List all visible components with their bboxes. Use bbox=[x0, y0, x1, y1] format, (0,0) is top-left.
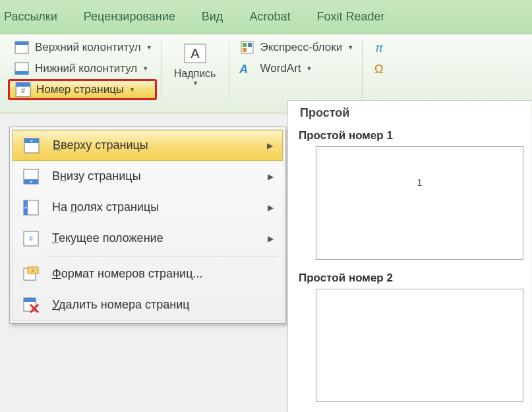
chevron-down-icon: ▼ bbox=[129, 86, 135, 93]
ribbon-tabs: Рассылки Рецензирование Вид Acrobat Foxi… bbox=[0, 0, 532, 34]
svg-rect-31 bbox=[24, 298, 36, 302]
format-icon: # bbox=[22, 265, 40, 283]
tab-acrobat[interactable]: Acrobat bbox=[236, 5, 303, 29]
menu-label: Внизу страницы bbox=[52, 169, 274, 183]
menu-item-remove-numbers[interactable]: Удалить номера страниц bbox=[13, 289, 283, 320]
text-box-icon: A bbox=[182, 40, 208, 67]
svg-text:#: # bbox=[29, 235, 33, 243]
submenu-arrow-icon: ▶ bbox=[268, 172, 274, 181]
svg-rect-10 bbox=[243, 43, 247, 47]
page-number-margin-icon: # bbox=[22, 198, 40, 217]
svg-text:A: A bbox=[239, 63, 248, 76]
header-bottom-button[interactable]: Нижний колонтитул ▼ bbox=[8, 58, 157, 79]
svg-text:#: # bbox=[32, 268, 34, 273]
quick-parts-label: Экспресс-блоки bbox=[260, 41, 343, 54]
menu-label: Формат номеров страниц... bbox=[52, 267, 274, 281]
svg-rect-12 bbox=[243, 48, 247, 52]
preview-page-number: 1 bbox=[417, 177, 423, 188]
symbol-button[interactable]: Ω bbox=[367, 58, 394, 79]
symbol-icon: Ω bbox=[371, 59, 390, 78]
page-number-current-icon: # bbox=[22, 229, 40, 248]
svg-text:Ω: Ω bbox=[374, 63, 383, 76]
header-bottom-icon bbox=[13, 59, 31, 78]
equation-button[interactable]: π bbox=[367, 37, 394, 58]
header-top-icon bbox=[13, 38, 31, 57]
chevron-down-icon: ▼ bbox=[146, 44, 152, 51]
menu-item-top-of-page[interactable]: # Вверху страницы ▶ bbox=[13, 130, 283, 161]
submenu-arrow-icon: ▶ bbox=[267, 141, 273, 150]
svg-rect-1 bbox=[15, 42, 28, 45]
submenu-arrow-icon: ▶ bbox=[268, 203, 274, 212]
group-header-footer: Верхний колонтитул ▼ Нижний колонтитул ▼… bbox=[4, 37, 161, 113]
page-number-gallery: Простой Простой номер 1 1 Простой номер … bbox=[287, 100, 531, 412]
text-box-button[interactable]: A Надпись ▼ bbox=[165, 37, 225, 90]
menu-separator bbox=[44, 256, 278, 256]
page-number-top-icon: # bbox=[22, 136, 41, 155]
chevron-down-icon: ▼ bbox=[142, 65, 148, 72]
menu-label: На полях страницы bbox=[52, 200, 274, 214]
gallery-item-1[interactable]: Простой номер 1 1 bbox=[288, 125, 531, 268]
menu-label: Вверху страницы bbox=[53, 138, 273, 152]
menu-item-bottom-of-page[interactable]: # Внизу страницы ▶ bbox=[13, 161, 283, 192]
tab-view[interactable]: Вид bbox=[189, 5, 237, 29]
svg-rect-11 bbox=[248, 43, 252, 47]
tab-foxit[interactable]: Foxit Reader bbox=[303, 5, 398, 29]
gallery-item-title: Простой номер 2 bbox=[296, 272, 523, 285]
page-number-label: Номер страницы bbox=[36, 83, 124, 96]
equation-icon: π bbox=[371, 38, 390, 57]
svg-text:π: π bbox=[375, 42, 384, 55]
text-box-label: Надпись bbox=[174, 68, 216, 80]
gallery-preview bbox=[316, 289, 523, 402]
tab-mailings[interactable]: Рассылки bbox=[3, 5, 71, 29]
page-number-menu: # Вверху страницы ▶ # Внизу страницы ▶ #… bbox=[9, 127, 286, 324]
submenu-arrow-icon: ▶ bbox=[268, 234, 274, 243]
gallery-item-2[interactable]: Простой номер 2 bbox=[288, 268, 531, 410]
header-top-label: Верхний колонтитул bbox=[35, 41, 141, 54]
menu-item-page-margins[interactable]: # На полях страницы ▶ bbox=[13, 192, 283, 223]
header-bottom-label: Нижний колонтитул bbox=[35, 62, 137, 75]
quick-parts-icon bbox=[238, 38, 256, 57]
menu-label: Удалить номера страниц bbox=[52, 298, 274, 312]
header-top-button[interactable]: Верхний колонтитул ▼ bbox=[8, 37, 157, 58]
tab-review[interactable]: Рецензирование bbox=[71, 5, 189, 29]
wordart-icon: A bbox=[238, 59, 256, 78]
remove-icon bbox=[22, 296, 40, 314]
svg-text:A: A bbox=[191, 46, 200, 61]
gallery-item-title: Простой номер 1 bbox=[296, 129, 523, 142]
menu-item-format-numbers[interactable]: # Формат номеров страниц... bbox=[13, 258, 283, 289]
menu-label: Текущее положение bbox=[52, 231, 274, 245]
chevron-down-icon: ▼ bbox=[307, 65, 312, 72]
page-number-icon: # bbox=[14, 80, 32, 99]
gallery-preview: 1 bbox=[316, 146, 523, 260]
page-number-button[interactable]: # Номер страницы ▼ bbox=[8, 79, 157, 100]
menu-item-current-position[interactable]: # Текущее положение ▶ bbox=[13, 223, 283, 254]
page-number-bottom-icon: # bbox=[22, 167, 40, 186]
group-text: A Надпись ▼ bbox=[162, 37, 229, 113]
svg-text:#: # bbox=[21, 86, 25, 94]
wordart-label: WordArt bbox=[260, 62, 301, 75]
chevron-down-icon: ▼ bbox=[192, 80, 198, 86]
wordart-button[interactable]: A WordArt ▼ bbox=[233, 58, 359, 79]
quick-parts-button[interactable]: Экспресс-блоки ▼ bbox=[233, 37, 359, 58]
svg-rect-3 bbox=[15, 71, 28, 74]
chevron-down-icon: ▼ bbox=[347, 44, 353, 51]
gallery-category-header: Простой bbox=[288, 101, 531, 125]
